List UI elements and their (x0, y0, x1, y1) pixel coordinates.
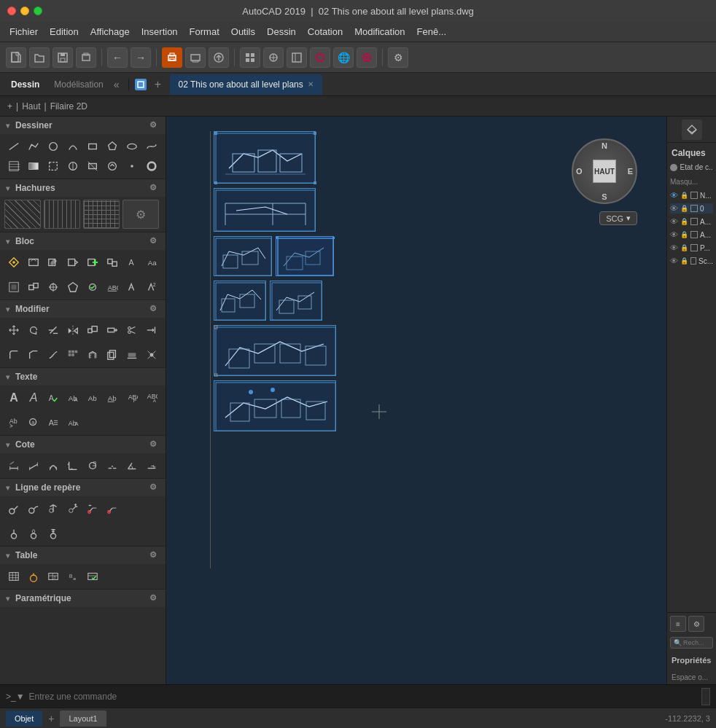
layer-a2-visible[interactable]: 👁 (670, 230, 678, 239)
tool-table-insert[interactable] (4, 567, 23, 586)
tool-rotate[interactable] (24, 321, 43, 340)
floor-plan-3b[interactable] (276, 236, 334, 276)
maximize-button[interactable] (34, 7, 42, 15)
tool-extend[interactable] (142, 321, 161, 340)
view-btn-6[interactable] (357, 47, 377, 68)
canvas-area[interactable]: N S E O HAUT SCG ▾ (166, 117, 666, 684)
tool-repere7[interactable] (4, 524, 23, 543)
tool-table-3[interactable]: 3 (44, 567, 63, 586)
dessiner-gear[interactable]: ⚙ (149, 120, 160, 130)
menu-dessin[interactable]: Dessin (261, 25, 302, 39)
tool-scale[interactable] (83, 321, 102, 340)
floor-plan-5[interactable] (214, 325, 336, 376)
tool-stretch[interactable] (103, 321, 122, 340)
tool-repere9[interactable] (44, 524, 63, 543)
file-tab-close[interactable]: ✕ (308, 80, 314, 88)
tool-text7[interactable]: ABCP (122, 388, 141, 407)
command-input[interactable] (29, 692, 697, 702)
bloc-gear[interactable]: ⚙ (149, 236, 160, 246)
print2-button[interactable] (185, 47, 206, 68)
file-tab[interactable]: 02 This one about all level plans ✕ (170, 74, 322, 95)
section-texte[interactable]: ▾ Texte (0, 367, 166, 385)
repere-gear[interactable]: ⚙ (149, 482, 160, 493)
tool-dim-radius[interactable]: R (83, 456, 102, 475)
section-dessiner[interactable]: ▾ Dessiner ⚙ (0, 117, 166, 134)
tool-dim-update[interactable] (142, 456, 161, 475)
tool-move[interactable] (4, 321, 23, 340)
tool-bloc-b8[interactable]: 2 (142, 278, 161, 297)
tab-layout1[interactable]: Layout1 (60, 711, 106, 727)
tool-text5[interactable]: Ab (83, 388, 102, 407)
tool-point[interactable] (122, 157, 141, 176)
tool-erase[interactable] (122, 345, 141, 364)
layer-sc-visible[interactable]: 👁 (670, 257, 678, 265)
undo-button[interactable]: ← (107, 47, 128, 68)
tool-offset[interactable] (83, 345, 102, 364)
tool-text11[interactable]: A (44, 413, 63, 432)
floor-plan-4a[interactable] (214, 281, 266, 321)
tab-objet[interactable]: Objet (6, 711, 42, 727)
menu-insertion[interactable]: Insertion (136, 25, 184, 39)
tool-attrib2[interactable]: Aa (142, 253, 161, 272)
save-button[interactable] (52, 47, 73, 68)
section-modifier[interactable]: ▾ Modifier ⚙ (0, 300, 166, 318)
tool-circle[interactable] (44, 137, 63, 156)
layer-a1-visible[interactable]: 👁 (670, 217, 678, 226)
breadcrumb-haut[interactable]: Haut (22, 101, 40, 111)
print-preview-button[interactable] (76, 47, 96, 68)
section-table[interactable]: ▾ Table ⚙ (0, 546, 166, 564)
print-orange-button[interactable] (162, 47, 182, 68)
tool-wipeout[interactable] (83, 157, 102, 176)
tool-block-arrow[interactable] (63, 253, 82, 272)
tool-dim-broken[interactable] (103, 456, 122, 475)
tool-repere2[interactable] (24, 499, 43, 518)
tab-modelisation[interactable]: Modélisation (47, 79, 110, 90)
section-cote[interactable]: ▾ Cote ⚙ (0, 435, 166, 453)
tool-repere3[interactable] (44, 499, 63, 518)
calques-icon-1[interactable]: ≡ (670, 616, 686, 632)
tool-line[interactable] (4, 137, 23, 156)
view-btn-4[interactable] (310, 47, 330, 68)
section-parametrique[interactable]: ▾ Paramétrique ⚙ (0, 589, 166, 607)
tool-ellipse[interactable] (122, 137, 141, 156)
menu-affichage[interactable]: Affichage (85, 25, 136, 39)
tool-repere4[interactable] (63, 499, 82, 518)
tool-spline[interactable] (142, 137, 161, 156)
calques-search-field[interactable]: 🔍 (670, 637, 713, 649)
section-bloc[interactable]: ▾ Bloc ⚙ (0, 232, 166, 250)
tool-text-check[interactable]: A (44, 388, 63, 407)
menu-format[interactable]: Format (184, 25, 225, 39)
view-btn-1[interactable] (240, 47, 260, 68)
new-tab-plus[interactable]: + (149, 76, 167, 93)
section-hachures[interactable]: ▾ Hachures ⚙ (0, 179, 166, 197)
tool-array[interactable] (63, 345, 82, 364)
new-file-button[interactable] (6, 47, 26, 68)
tool-trim[interactable] (44, 321, 63, 340)
settings-button[interactable]: ⚙ (388, 47, 408, 68)
compass-haut-label[interactable]: HAUT (593, 160, 616, 183)
tab-collapse-btn[interactable]: « (111, 79, 122, 90)
menu-modification[interactable]: Modification (349, 25, 410, 39)
cote-gear[interactable]: ⚙ (149, 439, 160, 450)
tool-table-field[interactable] (24, 567, 43, 586)
tool-revision[interactable] (103, 157, 122, 176)
floor-plan-1[interactable] (214, 131, 316, 184)
tool-block-ref[interactable] (103, 253, 122, 272)
tool-fillet[interactable] (4, 345, 23, 364)
tab-dessin[interactable]: Dessin (4, 79, 47, 90)
floor-plan-3a[interactable] (214, 236, 272, 276)
menu-edition[interactable]: Edition (44, 25, 85, 39)
parametrique-gear[interactable]: ⚙ (149, 593, 160, 603)
menu-outils[interactable]: Outils (225, 25, 261, 39)
tool-text12[interactable]: AbA (63, 413, 82, 432)
hatch-1[interactable] (4, 200, 41, 229)
breadcrumb-filaire[interactable]: Filaire 2D (50, 101, 87, 111)
tool-text-import[interactable]: AbA (63, 388, 82, 407)
tool-scissors[interactable] (122, 321, 141, 340)
calques-search-input[interactable] (683, 639, 709, 646)
tool-text9[interactable]: Ab (4, 413, 23, 432)
calques-icon-btn[interactable] (682, 120, 702, 140)
table-gear[interactable]: ⚙ (149, 550, 160, 560)
view-btn-5[interactable]: 🌐 (333, 47, 354, 68)
layer-visible-icon[interactable]: 👁 (670, 191, 678, 200)
